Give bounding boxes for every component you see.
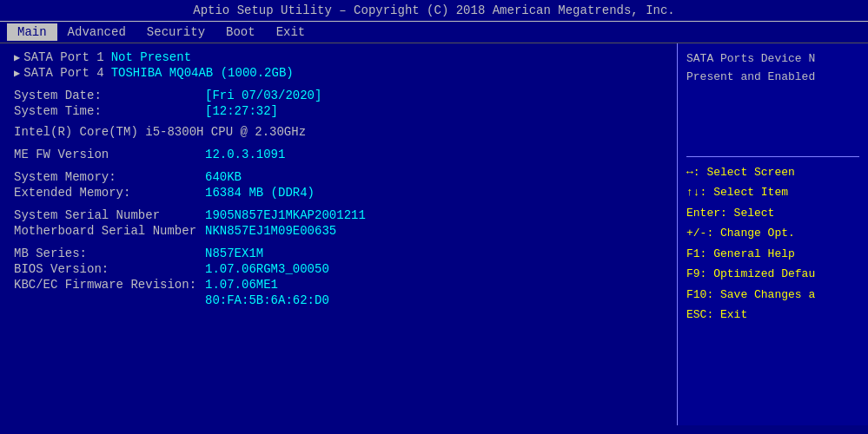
menu-item-main[interactable]: Main (7, 23, 57, 41)
title-bar: Aptio Setup Utility – Copyright (C) 2018… (0, 0, 868, 22)
sata-port-1-value: Not Present (111, 50, 191, 64)
sys-serial-row: System Serial Number 1905N857EJ1MKAP2001… (14, 208, 663, 222)
menu-item-security[interactable]: Security (136, 23, 215, 41)
cpu-row: Intel(R) Core(TM) i5-8300H CPU @ 2.30GHz (14, 125, 663, 139)
me-fw-label: ME FW Version (14, 148, 205, 161)
bios-label: BIOS Version: (14, 262, 205, 276)
mb-series-value: N857EX1M (205, 247, 263, 260)
sata-port-4-row[interactable]: ▶ SATA Port 4 TOSHIBA MQ04AB (1000.2GB) (14, 66, 663, 80)
content-wrapper: ▶ SATA Port 1 Not Present ▶ SATA Port 4 … (0, 43, 868, 425)
sata-port-4-arrow: ▶ (14, 67, 20, 80)
me-fw-value: 12.0.3.1091 (205, 148, 285, 161)
ext-memory-value: 16384 MB (DDR4) (205, 186, 315, 200)
sys-serial-value: 1905N857EJ1MKAP2001211 (205, 208, 366, 222)
ext-memory-row: Extended Memory: 16384 MB (DDR4) (14, 186, 663, 200)
kbc-value: 1.07.06ME1 (205, 278, 278, 292)
sidebar-title-line1: SATA Ports Device N (686, 52, 815, 65)
menu-bar: Main Advanced Security Boot Exit (0, 22, 868, 43)
menu-item-advanced[interactable]: Advanced (57, 23, 136, 41)
sidebar-keys: ↔: Select Screen ↑↓: Select Item Enter: … (686, 164, 859, 324)
sidebar-key-6: F10: Save Changes a (686, 286, 859, 304)
sidebar-key-4: F1: General Help (686, 246, 859, 263)
sidebar-key-0: ↔: Select Screen (686, 164, 859, 181)
sidebar-key-1: ↑↓: Select Item (686, 184, 859, 201)
sata-port-1-row[interactable]: ▶ SATA Port 1 Not Present (14, 50, 663, 64)
sidebar-title-line2: Present and Enabled (686, 70, 815, 83)
sata-port-4-label: SATA Port 4 (23, 66, 103, 80)
system-time-row: System Time: [12:27:32] (14, 104, 663, 118)
mac-label (14, 293, 205, 307)
sidebar-key-5: F9: Optimized Defau (686, 266, 859, 283)
system-date-label: System Date: (14, 89, 205, 102)
sata-port-4-value: TOSHIBA MQ04AB (1000.2GB) (111, 66, 294, 80)
bios-row: BIOS Version: 1.07.06RGM3_00050 (14, 262, 663, 276)
mb-serial-row: Motherboard Serial Number NKN857EJ1M09E0… (14, 224, 663, 238)
sys-serial-label: System Serial Number (14, 208, 205, 222)
cpu-label: Intel(R) Core(TM) i5-8300H CPU @ 2.30GHz (14, 125, 306, 139)
system-time-label: System Time: (14, 104, 205, 118)
menu-item-exit[interactable]: Exit (266, 23, 316, 41)
system-date-value[interactable]: [Fri 07/03/2020] (205, 89, 321, 102)
me-fw-row: ME FW Version 12.0.3.1091 (14, 148, 663, 161)
mb-serial-label: Motherboard Serial Number (14, 224, 205, 238)
sidebar-key-7: ESC: Exit (686, 306, 859, 324)
sys-memory-label: System Memory: (14, 170, 205, 184)
menu-item-boot[interactable]: Boot (215, 23, 266, 41)
sata-port-1-arrow: ▶ (14, 51, 20, 64)
mac-value: 80:FA:5B:6A:62:D0 (205, 293, 329, 307)
sidebar: SATA Ports Device N Present and Enabled … (677, 43, 868, 425)
title-text: Aptio Setup Utility – Copyright (C) 2018… (193, 3, 675, 17)
system-time-value[interactable]: [12:27:32] (205, 104, 278, 118)
mac-row: 80:FA:5B:6A:62:D0 (14, 293, 663, 307)
bios-value: 1.07.06RGM3_00050 (205, 262, 329, 276)
kbc-row: KBC/EC Firmware Revision: 1.07.06ME1 (14, 278, 663, 292)
mb-series-label: MB Series: (14, 247, 205, 260)
sidebar-key-2: Enter: Select (686, 205, 859, 222)
ext-memory-label: Extended Memory: (14, 186, 205, 200)
main-panel: ▶ SATA Port 1 Not Present ▶ SATA Port 4 … (0, 43, 677, 425)
sata-port-1-label: SATA Port 1 (23, 50, 103, 64)
sidebar-key-3: +/-: Change Opt. (686, 225, 859, 242)
sys-memory-row: System Memory: 640KB (14, 170, 663, 184)
kbc-label: KBC/EC Firmware Revision: (14, 278, 205, 292)
mb-series-row: MB Series: N857EX1M (14, 247, 663, 260)
sidebar-title: SATA Ports Device N Present and Enabled (686, 50, 859, 157)
sys-memory-value: 640KB (205, 170, 242, 184)
system-date-row: System Date: [Fri 07/03/2020] (14, 89, 663, 102)
mb-serial-value: NKN857EJ1M09E00635 (205, 224, 336, 238)
